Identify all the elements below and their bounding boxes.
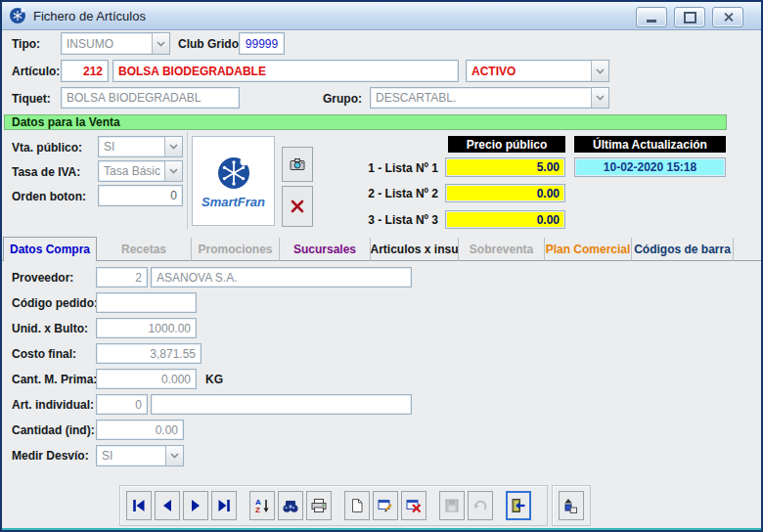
new-record-button[interactable] (344, 491, 370, 520)
lista1-label: 1 - Lista Nº 1 (333, 161, 438, 175)
exit-button[interactable] (506, 491, 531, 520)
tab-sobreventa[interactable]: Sobreventa (459, 238, 545, 261)
close-button[interactable] (712, 7, 743, 27)
club-grido-field[interactable]: 99999 (239, 32, 285, 55)
cant-mprima-unit-label: KG (205, 373, 223, 386)
proveedor-label: Proveedor: (12, 271, 73, 285)
estado-dropdown[interactable]: ACTIVO (466, 60, 609, 82)
chevron-down-icon[interactable] (164, 137, 182, 156)
tasa-iva-label: Tasa de IVA: (12, 165, 80, 179)
tipo-value: INSUMO (62, 37, 113, 51)
cantidad-ind-field[interactable]: 0.00 (96, 420, 184, 440)
printer-icon (310, 497, 328, 514)
save-record-button[interactable] (439, 491, 465, 520)
app-window: Fichero de Artículos Tipo: INSUMO Club G… (0, 0, 763, 532)
medir-desvio-dropdown[interactable]: SI (96, 445, 184, 466)
delete-record-button[interactable] (401, 491, 426, 520)
binoculars-icon (282, 497, 299, 514)
proveedor-code-field[interactable]: 2 (96, 267, 148, 288)
tab-plan-comercial[interactable]: Plan Comercial (545, 238, 632, 261)
art-individual-code-field[interactable]: 0 (96, 394, 148, 415)
edit-record-button[interactable] (373, 491, 398, 520)
chevron-down-icon[interactable] (591, 61, 608, 81)
tasa-iva-dropdown[interactable]: Tasa Básica (98, 160, 183, 182)
tipo-dropdown[interactable]: INSUMO (61, 32, 170, 55)
previous-record-button[interactable] (155, 491, 180, 520)
lista3-label: 3 - Lista Nº 3 (333, 213, 438, 227)
tab-promociones[interactable]: Promociones (192, 238, 280, 261)
section-divider (187, 132, 188, 230)
last-record-icon (215, 497, 233, 514)
costo-final-label: Costo final: (12, 347, 76, 361)
tab-codigos-de-barra[interactable]: Códigos de barra (632, 238, 734, 261)
lista1-precio-field[interactable]: 5.00 (445, 157, 565, 177)
close-icon (723, 12, 734, 22)
sort-button[interactable]: A Z (249, 491, 275, 520)
tab-recetas[interactable]: Recetas (97, 238, 192, 261)
orden-boton-field[interactable]: 0 (98, 185, 183, 206)
first-record-icon (130, 497, 148, 514)
tiquet-field[interactable]: BOLSA BIODEGRADABL (61, 87, 240, 109)
previous-record-icon (158, 497, 176, 514)
tiquet-label: Tiquet: (12, 92, 51, 106)
next-record-button[interactable] (183, 491, 208, 520)
take-photo-button[interactable] (282, 147, 313, 182)
ultima-actualizacion-header: Última Actualización (574, 136, 726, 153)
grupo-label: Grupo: (323, 92, 362, 106)
maximize-icon (684, 12, 696, 23)
minimize-icon (647, 20, 656, 22)
cant-mprima-field[interactable]: 0.000 (96, 369, 197, 389)
art-individual-name-field[interactable] (151, 394, 412, 415)
proveedor-name-field[interactable]: ASANOVA S.A. (151, 267, 412, 288)
undo-button[interactable] (468, 491, 493, 520)
window-border-accent (2, 528, 761, 530)
chevron-down-icon[interactable] (152, 33, 169, 54)
title-bar: Fichero de Artículos (2, 2, 761, 30)
next-record-icon (187, 497, 204, 514)
grupo-value: DESCARTABL. (371, 91, 456, 105)
lista3-precio-field[interactable]: 0.00 (445, 210, 565, 229)
lista1-actualizacion-value: 10-02-2020 15:18 (574, 157, 726, 177)
minimize-button[interactable] (636, 7, 667, 27)
medir-desvio-label: Medir Desvío: (12, 449, 89, 463)
camera-icon (288, 155, 307, 173)
tipo-label: Tipo: (12, 37, 40, 51)
transfer-button[interactable] (559, 491, 584, 520)
codigo-pedido-field[interactable] (96, 292, 197, 313)
tab-sucursales[interactable]: Sucursales (280, 238, 371, 261)
last-record-button[interactable] (211, 491, 237, 520)
chevron-down-icon[interactable] (164, 161, 182, 181)
estado-value: ACTIVO (467, 65, 516, 78)
venta-section-header: Datos para la Venta (4, 114, 727, 130)
medir-desvio-value: SI (97, 449, 112, 463)
tab-datos-compra[interactable]: Datos Compra (3, 237, 97, 261)
unid-bulto-field[interactable]: 1000.00 (96, 318, 197, 338)
maximize-button[interactable] (674, 7, 705, 27)
transfer-up-icon (562, 497, 580, 514)
precio-publico-header: Precio público (448, 136, 565, 153)
search-button[interactable] (278, 491, 303, 520)
unid-bulto-label: Unid. x Bulto: (12, 322, 88, 335)
app-logo-icon (9, 7, 26, 24)
art-individual-label: Art. individual: (12, 398, 94, 412)
grupo-dropdown[interactable]: DESCARTABL. (370, 87, 609, 109)
chevron-down-icon[interactable] (591, 88, 608, 108)
smartfran-logo-icon (214, 154, 253, 193)
chevron-down-icon[interactable] (165, 446, 183, 466)
vta-publico-dropdown[interactable]: SI (98, 136, 183, 157)
first-record-button[interactable] (126, 491, 152, 520)
articulo-name-field[interactable]: BOLSA BIODEGRADABLE (112, 60, 459, 82)
lista2-precio-field[interactable]: 0.00 (445, 184, 565, 202)
svg-text:Z: Z (255, 506, 260, 514)
costo-final-field[interactable]: 3,871.55 (96, 343, 202, 364)
print-button[interactable] (306, 491, 332, 520)
delete-photo-button[interactable] (282, 186, 313, 227)
vta-publico-value: SI (99, 140, 114, 154)
orden-boton-label: Orden boton: (12, 190, 86, 203)
smartfran-logo-text: SmartFran (202, 195, 265, 209)
tab-articulos-x-insumo[interactable]: Articulos x insu (371, 238, 459, 261)
articulo-code-field[interactable]: 212 (61, 60, 109, 82)
lista2-label: 2 - Lista Nº 2 (333, 187, 438, 200)
transfer-group (552, 485, 591, 526)
undo-icon (471, 497, 489, 514)
